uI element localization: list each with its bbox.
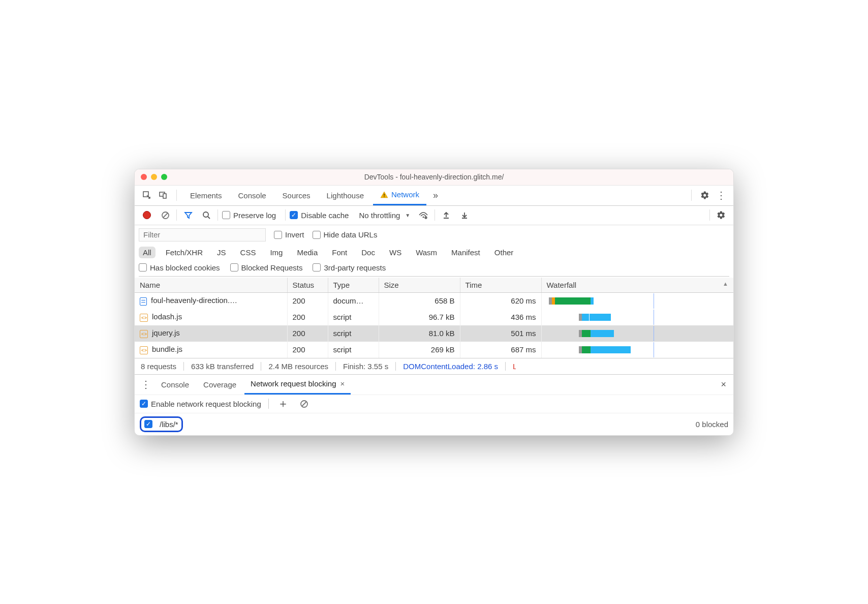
filter-img[interactable]: Img [266, 247, 287, 258]
pattern-row: /libs/* 0 blocked [135, 413, 733, 435]
sort-arrow-icon: ▲ [723, 281, 728, 287]
summary-resources: 2.4 MB resources [261, 362, 336, 371]
cell-waterfall [541, 309, 733, 325]
window-title: DevTools - foul-heavenly-direction.glitc… [135, 173, 733, 181]
svg-rect-3 [384, 194, 385, 196]
cell-status: 200 [287, 292, 328, 309]
type-filters: All Fetch/XHR JS CSS Img Media Font Doc … [139, 245, 729, 260]
cell-type: script [328, 342, 379, 358]
inspect-icon[interactable] [140, 188, 154, 202]
tab-network-label: Network [391, 190, 419, 199]
filter-js[interactable]: JS [213, 247, 230, 258]
document-icon [140, 297, 147, 306]
table-row[interactable]: foul-heavenly-direction.… 200 docum… 658… [135, 292, 733, 309]
summary-requests: 8 requests [141, 362, 184, 371]
filter-manifest[interactable]: Manifest [447, 247, 484, 258]
cell-type: docum… [328, 292, 379, 309]
tab-elements[interactable]: Elements [183, 185, 229, 205]
drawer-toolbar: Enable network request blocking ＋ [135, 395, 733, 413]
filter-ws[interactable]: WS [385, 247, 406, 258]
cell-status: 200 [287, 342, 328, 358]
main-tabs: Elements Console Sources Lighthouse Netw… [135, 186, 733, 206]
download-har-icon[interactable] [457, 208, 472, 222]
summary-dcl: DOMContentLoaded: 2.86 s [396, 362, 506, 371]
cell-size: 269 kB [379, 342, 460, 358]
close-drawer-icon[interactable]: × [721, 379, 729, 390]
filter-doc[interactable]: Doc [357, 247, 379, 258]
filter-other[interactable]: Other [490, 247, 518, 258]
col-waterfall[interactable]: Waterfall ▲ [541, 278, 733, 293]
close-tab-icon[interactable]: × [340, 379, 345, 388]
filter-toggle-icon[interactable] [181, 208, 195, 222]
drawer-tab-coverage[interactable]: Coverage [197, 374, 242, 395]
table-row[interactable]: jquery.js 200 script 81.0 kB 501 ms [135, 325, 733, 342]
cell-name: foul-heavenly-direction.… [135, 292, 287, 309]
summary-bar: 8 requests 633 kB transferred 2.4 MB res… [135, 358, 733, 374]
preserve-log-checkbox[interactable]: Preserve log [222, 211, 276, 220]
filter-fetch-xhr[interactable]: Fetch/XHR [162, 247, 207, 258]
has-blocked-cookies-checkbox[interactable]: Has blocked cookies [139, 263, 220, 272]
more-tabs-icon[interactable]: » [428, 188, 443, 202]
drawer-tab-blocking[interactable]: Network request blocking × [244, 374, 351, 395]
settings-icon[interactable] [698, 188, 712, 202]
cell-time: 436 ms [460, 309, 541, 325]
filter-font[interactable]: Font [328, 247, 351, 258]
tab-sources[interactable]: Sources [275, 185, 318, 205]
cell-time: 620 ms [460, 292, 541, 309]
kebab-menu-icon[interactable]: ⋮ [714, 188, 728, 202]
col-size[interactable]: Size [379, 278, 460, 293]
blocked-requests-checkbox[interactable]: Blocked Requests [230, 263, 303, 272]
enable-blocking-checkbox[interactable]: Enable network request blocking [140, 400, 261, 408]
add-pattern-icon[interactable]: ＋ [276, 397, 290, 411]
col-time[interactable]: Time [460, 278, 541, 293]
svg-line-6 [163, 213, 168, 218]
upload-har-icon[interactable] [439, 208, 453, 222]
tab-network[interactable]: Network [373, 185, 426, 205]
device-toggle-icon[interactable] [156, 188, 170, 202]
hide-data-urls-checkbox[interactable]: Hide data URLs [313, 230, 378, 239]
invert-checkbox[interactable]: Invert [274, 230, 304, 239]
pattern-checkbox[interactable] [144, 420, 156, 428]
cell-size: 658 B [379, 292, 460, 309]
tab-console[interactable]: Console [231, 185, 273, 205]
filter-wasm[interactable]: Wasm [412, 247, 441, 258]
third-party-checkbox[interactable]: 3rd-party requests [313, 263, 386, 272]
cell-name: lodash.js [135, 309, 287, 325]
summary-transferred: 633 kB transferred [184, 362, 261, 371]
col-status[interactable]: Status [287, 278, 328, 293]
drawer-tab-console[interactable]: Console [155, 374, 195, 395]
filter-input[interactable] [139, 228, 266, 241]
disable-cache-checkbox[interactable]: Disable cache [290, 211, 349, 220]
record-button[interactable] [140, 208, 154, 222]
extra-filters: Has blocked cookies Blocked Requests 3rd… [139, 260, 729, 277]
requests-table: Name Status Type Size Time Waterfall ▲ f… [135, 278, 733, 358]
devtools-window: DevTools - foul-heavenly-direction.glitc… [134, 169, 734, 436]
network-conditions-icon[interactable] [416, 208, 430, 222]
remove-all-patterns-icon[interactable] [297, 397, 312, 411]
table-row[interactable]: lodash.js 200 script 96.7 kB 436 ms [135, 309, 733, 325]
svg-line-8 [208, 217, 210, 219]
cell-time: 687 ms [460, 342, 541, 358]
throttling-select[interactable]: No throttling ▼ [357, 211, 412, 220]
search-icon[interactable] [199, 208, 213, 222]
tab-lighthouse[interactable]: Lighthouse [320, 185, 371, 205]
col-name[interactable]: Name [135, 278, 287, 293]
clear-icon[interactable] [158, 208, 172, 222]
network-settings-icon[interactable] [714, 208, 728, 222]
cell-time: 501 ms [460, 325, 541, 342]
cell-waterfall [541, 325, 733, 342]
cell-status: 200 [287, 325, 328, 342]
filter-css[interactable]: CSS [236, 247, 260, 258]
script-icon [140, 346, 148, 354]
drawer-menu-icon[interactable]: ⋮ [139, 377, 153, 391]
filter-all[interactable]: All [139, 247, 156, 258]
pattern-text[interactable]: /libs/* [160, 420, 178, 429]
filter-media[interactable]: Media [293, 247, 322, 258]
table-row[interactable]: bundle.js 200 script 269 kB 687 ms [135, 342, 733, 358]
blocked-count: 0 blocked [696, 420, 728, 429]
filter-bar: Invert Hide data URLs All Fetch/XHR JS C… [135, 225, 733, 278]
throttling-value: No throttling [359, 211, 400, 220]
titlebar: DevTools - foul-heavenly-direction.glitc… [135, 169, 733, 186]
col-type[interactable]: Type [328, 278, 379, 293]
cell-size: 96.7 kB [379, 309, 460, 325]
